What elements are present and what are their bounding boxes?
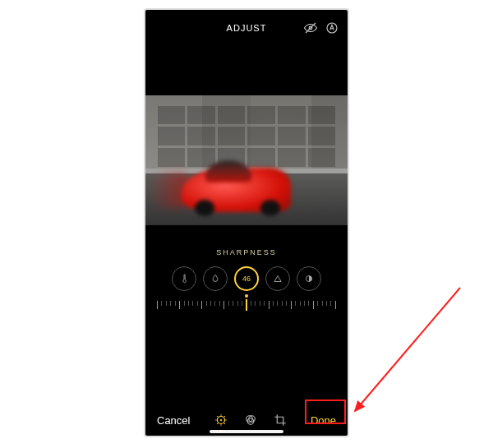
mode-crop[interactable]: [273, 413, 288, 427]
mode-adjust[interactable]: [214, 413, 228, 427]
adjust-tool-row[interactable]: 46: [145, 266, 348, 291]
markup-button[interactable]: [325, 21, 339, 35]
annotation-arrow: [345, 279, 477, 427]
crop-icon: [273, 413, 288, 427]
adjust-noise[interactable]: [297, 266, 321, 291]
top-bar: ADJUST: [145, 10, 348, 46]
cancel-button[interactable]: Cancel: [157, 414, 190, 427]
home-indicator[interactable]: [210, 430, 283, 433]
adjust-sharpness[interactable]: 46: [234, 266, 259, 291]
half-circle-icon: [303, 273, 315, 284]
mode-title: ADJUST: [227, 23, 267, 33]
value-slider[interactable]: [157, 299, 336, 316]
toggle-original-button[interactable]: [303, 21, 318, 35]
photo-preview[interactable]: [145, 95, 348, 225]
adjust-warmth[interactable]: [172, 266, 196, 291]
done-button[interactable]: Done: [311, 414, 336, 427]
mode-filters[interactable]: [243, 413, 258, 427]
markup-icon: [325, 21, 339, 35]
tool-label: SHARPNESS: [216, 248, 277, 256]
phone-frame: ADJUST: [144, 8, 349, 437]
svg-point-5: [220, 419, 222, 421]
dial-icon: [214, 413, 228, 427]
svg-line-9: [355, 288, 460, 411]
thermometer-icon: [178, 273, 190, 284]
subject-car: [182, 168, 291, 212]
adjust-tint[interactable]: [203, 266, 228, 291]
adjust-definition[interactable]: [265, 266, 290, 291]
sharpness-value: 46: [242, 275, 251, 283]
filters-icon: [243, 413, 258, 427]
drop-icon: [210, 273, 221, 284]
eye-off-icon: [303, 21, 318, 35]
triangle-icon: [272, 273, 283, 284]
